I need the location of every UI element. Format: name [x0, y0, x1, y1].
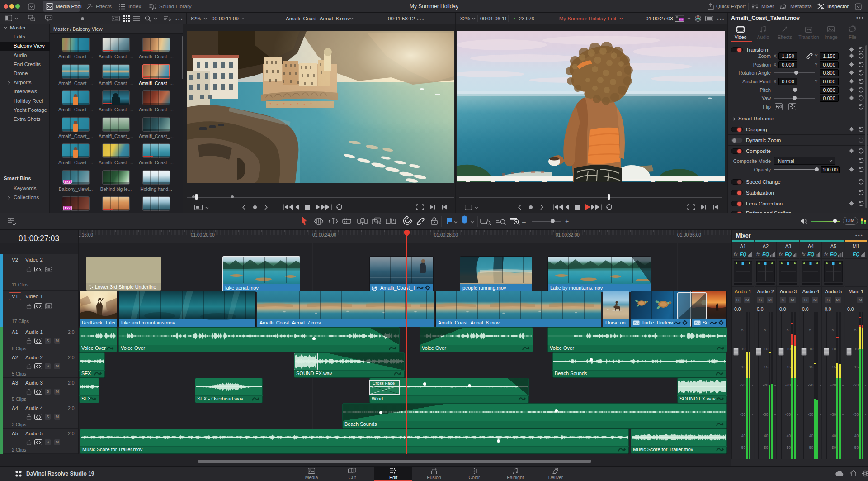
svg-text:FXY: FXY: [679, 18, 684, 21]
